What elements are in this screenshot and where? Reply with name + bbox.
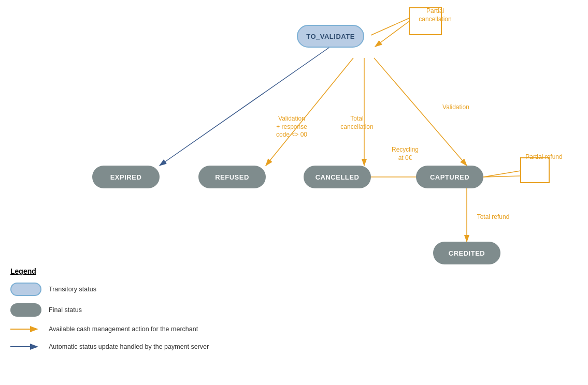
- label-total-refund: Total refund: [472, 213, 514, 221]
- diagram-container: TO_VALIDATE EXPIRED REFUSED CANCELLED CA…: [0, 0, 588, 385]
- legend-blue-arrow-item: Automatic status update handled by the p…: [10, 342, 209, 352]
- legend-transitory-icon: [10, 283, 41, 296]
- legend-orange-arrow-label: Available cash management action for the…: [49, 325, 198, 333]
- legend: Legend Transitory status Final status: [10, 267, 209, 359]
- node-expired: EXPIRED: [92, 166, 160, 188]
- node-cancelled: CANCELLED: [304, 166, 371, 188]
- node-captured: CAPTURED: [416, 166, 483, 188]
- node-credited: CREDITED: [433, 242, 500, 264]
- label-total-cancellation: Totalcancellation: [336, 115, 378, 131]
- legend-transitory-item: Transitory status: [10, 283, 209, 296]
- label-partial-cancellation: Partialcancellation: [414, 7, 456, 23]
- legend-final-icon: [10, 303, 41, 317]
- node-to-validate: TO_VALIDATE: [297, 25, 364, 48]
- label-validation-refused: Validation+ responsecode <> 00: [268, 115, 315, 139]
- legend-blue-arrow-icon: [10, 342, 41, 352]
- label-validation: Validation: [435, 103, 477, 112]
- svg-rect-4: [521, 158, 549, 183]
- legend-final-item: Final status: [10, 303, 209, 317]
- legend-orange-arrow-icon: [10, 324, 41, 334]
- legend-transitory-label: Transitory status: [49, 286, 96, 293]
- legend-orange-arrow-item: Available cash management action for the…: [10, 324, 209, 334]
- legend-title: Legend: [10, 267, 209, 275]
- label-partial-refund: Partial refund: [523, 153, 565, 161]
- node-refused: REFUSED: [198, 166, 266, 188]
- legend-final-label: Final status: [49, 306, 82, 314]
- legend-blue-arrow-label: Automatic status update handled by the p…: [49, 343, 209, 350]
- label-recycling: Recyclingat 0€: [384, 146, 426, 162]
